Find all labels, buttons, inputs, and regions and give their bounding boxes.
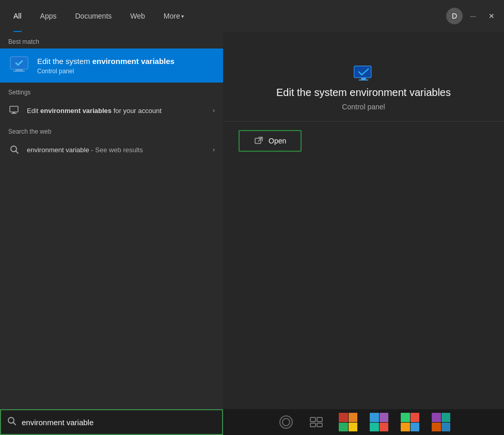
right-panel-app-icon xyxy=(352,63,375,87)
magnifier-icon xyxy=(10,145,19,154)
svg-rect-2 xyxy=(15,69,23,71)
svg-rect-10 xyxy=(355,67,371,77)
settings-item-icon xyxy=(8,104,21,117)
web-item-text: environment variable - See web results xyxy=(27,146,207,154)
right-panel: Edit the system environment variables Co… xyxy=(223,32,504,435)
svg-point-17 xyxy=(280,416,292,428)
best-match-text: Edit the system environment variables Co… xyxy=(37,56,215,75)
cortana-circle-icon xyxy=(279,415,293,429)
svg-rect-20 xyxy=(317,417,322,422)
color-tile-4 xyxy=(432,413,450,431)
tile-cell xyxy=(442,423,451,432)
settings-label: Settings xyxy=(0,83,223,99)
svg-line-14 xyxy=(258,137,262,141)
best-match-icon xyxy=(8,55,30,76)
open-icon xyxy=(254,136,263,146)
tile-cell xyxy=(380,423,389,432)
best-match-item[interactable]: Edit the system environment variables Co… xyxy=(0,49,223,83)
settings-item[interactable]: Edit environment variables for your acco… xyxy=(0,99,223,122)
tab-apps[interactable]: Apps xyxy=(31,0,66,32)
tab-web[interactable]: Web xyxy=(121,0,154,32)
svg-rect-19 xyxy=(310,417,316,422)
tile-cell xyxy=(432,423,441,432)
svg-line-16 xyxy=(13,423,16,425)
svg-rect-3 xyxy=(13,71,25,72)
tab-web-label: Web xyxy=(130,12,145,20)
web-query: environment variable xyxy=(27,146,89,154)
app-icon-1[interactable] xyxy=(339,413,357,431)
web-search-label: Search the web xyxy=(0,122,223,138)
right-panel-title: Edit the system environment variables xyxy=(261,87,466,99)
app-icon-4[interactable] xyxy=(432,413,450,431)
search-input[interactable] xyxy=(22,418,216,427)
right-panel-divider xyxy=(223,121,504,122)
task-view-icon xyxy=(310,417,324,427)
open-label: Open xyxy=(269,137,286,145)
svg-rect-12 xyxy=(359,79,368,80)
svg-rect-4 xyxy=(10,106,18,112)
tile-cell xyxy=(380,413,389,422)
tile-cell xyxy=(370,423,379,432)
tile-cell xyxy=(339,423,348,432)
best-match-subtitle: Control panel xyxy=(37,68,215,75)
monitor-icon xyxy=(8,55,30,76)
tab-all[interactable]: All xyxy=(4,0,31,32)
svg-rect-6 xyxy=(11,113,17,114)
tile-cell xyxy=(401,413,410,422)
ellipsis-icon: ··· xyxy=(470,12,476,20)
tile-cell xyxy=(339,413,348,422)
svg-rect-11 xyxy=(361,78,366,79)
tile-cell xyxy=(442,413,451,422)
best-match-label: Best match xyxy=(0,32,223,49)
tile-cell xyxy=(370,413,379,422)
tile-cell xyxy=(401,423,410,432)
tile-cell xyxy=(411,423,420,432)
user-avatar[interactable]: D xyxy=(446,8,463,24)
svg-rect-1 xyxy=(10,57,28,69)
more-options-button[interactable]: ··· xyxy=(465,8,481,24)
cortana-icon[interactable] xyxy=(277,413,295,431)
search-bar xyxy=(0,409,223,435)
tab-documents[interactable]: Documents xyxy=(66,0,121,32)
search-web-icon xyxy=(8,143,21,156)
open-button[interactable]: Open xyxy=(239,130,302,152)
chevron-right-icon: › xyxy=(213,107,215,114)
tile-cell xyxy=(349,423,358,432)
task-view-button[interactable] xyxy=(308,413,326,431)
svg-rect-22 xyxy=(317,423,322,427)
color-tile-3 xyxy=(401,413,419,431)
tile-cell xyxy=(432,413,441,422)
web-see-results: - See web results xyxy=(89,146,143,154)
nav-right: D ··· ✕ xyxy=(446,8,500,24)
tab-more-label: More xyxy=(164,12,180,20)
web-chevron-right-icon: › xyxy=(213,146,215,153)
user-initial: D xyxy=(452,12,457,20)
tab-all-label: All xyxy=(13,12,22,20)
close-button[interactable]: ✕ xyxy=(483,8,500,24)
web-search-item[interactable]: environment variable - See web results › xyxy=(0,138,223,161)
svg-rect-5 xyxy=(13,112,15,113)
tile-cell xyxy=(349,413,358,422)
svg-rect-21 xyxy=(310,423,316,427)
app-icon-3[interactable] xyxy=(401,413,419,431)
settings-item-text: Edit environment variables for your acco… xyxy=(27,107,207,115)
left-panel: Best match Edit the system envi xyxy=(0,32,223,435)
chevron-down-icon: ▾ xyxy=(181,13,184,19)
tile-cell xyxy=(411,413,420,422)
best-match-title: Edit the system environment variables xyxy=(37,56,215,67)
right-panel-subtitle: Control panel xyxy=(342,103,385,111)
taskbar xyxy=(223,409,504,435)
top-nav: All Apps Documents Web More ▾ D ··· ✕ xyxy=(0,0,504,32)
search-bar-icon xyxy=(7,416,17,428)
svg-point-18 xyxy=(282,418,290,426)
tab-more[interactable]: More ▾ xyxy=(154,0,193,32)
search-icon xyxy=(7,416,17,426)
svg-rect-13 xyxy=(255,138,261,143)
search-window: All Apps Documents Web More ▾ D ··· ✕ xyxy=(0,0,504,435)
tab-apps-label: Apps xyxy=(40,12,57,20)
color-tile-1 xyxy=(339,413,357,431)
content-area: Best match Edit the system envi xyxy=(0,32,504,435)
app-icon-2[interactable] xyxy=(370,413,388,431)
tab-documents-label: Documents xyxy=(75,12,112,20)
close-icon: ✕ xyxy=(489,12,495,20)
